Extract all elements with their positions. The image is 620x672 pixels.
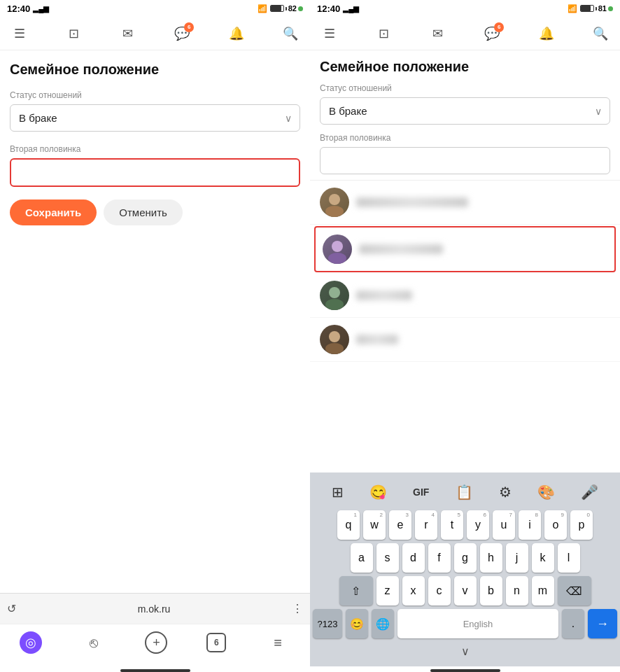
kb-row-3: ⇧ z x c v b n m ⌫ bbox=[313, 576, 617, 606]
search-icon-left[interactable]: 🔍 bbox=[281, 24, 300, 43]
wifi-icon-left: 📶 bbox=[258, 4, 267, 13]
kb-key-g[interactable]: g bbox=[454, 543, 477, 573]
chat-icon-right[interactable]: 💬 6 bbox=[482, 24, 502, 43]
kb-key-l[interactable]: l bbox=[558, 543, 580, 573]
cancel-button-left[interactable]: Отменить bbox=[104, 200, 183, 225]
status-field-label-left: Статус отношений bbox=[10, 90, 300, 100]
svg-point-2 bbox=[332, 241, 343, 252]
home-indicator-left bbox=[120, 669, 190, 672]
content-left: Семейное положение Статус отношений В бр… bbox=[0, 50, 310, 593]
battery-left: 82 bbox=[270, 4, 303, 13]
nav-share-left[interactable]: ⎋ bbox=[81, 630, 106, 655]
kb-emoji-key[interactable]: 😊 bbox=[346, 609, 368, 638]
nav-tab-left[interactable]: 6 bbox=[206, 633, 226, 652]
kb-theme-icon[interactable]: 🎨 bbox=[535, 481, 558, 503]
kb-key-v[interactable]: v bbox=[454, 576, 477, 606]
browser-url-left[interactable]: m.ok.ru bbox=[22, 603, 286, 615]
kb-key-p[interactable]: 0p bbox=[570, 510, 593, 540]
kb-key-x[interactable]: x bbox=[402, 576, 425, 606]
svg-point-6 bbox=[329, 331, 340, 342]
menu-icon-left[interactable]: ☰ bbox=[10, 24, 29, 43]
status-select-left[interactable]: В браке bbox=[10, 104, 300, 132]
kb-key-c[interactable]: c bbox=[428, 576, 451, 606]
bell-icon-right[interactable]: 🔔 bbox=[537, 24, 556, 43]
kb-row-4: ?123 😊 🌐 English . → bbox=[313, 609, 617, 638]
partner-input-left[interactable] bbox=[10, 158, 300, 187]
svg-point-4 bbox=[329, 287, 340, 298]
suggestion-item-2[interactable] bbox=[314, 226, 616, 272]
battery-right: 81 bbox=[580, 4, 613, 13]
suggestion-item-1[interactable] bbox=[310, 181, 620, 225]
kb-space-key[interactable]: English bbox=[397, 609, 558, 638]
kb-key-u[interactable]: 7u bbox=[493, 510, 515, 540]
chat-icon-left[interactable]: 💬 6 bbox=[172, 24, 192, 43]
kb-enter-key[interactable]: → bbox=[588, 609, 617, 638]
kb-key-f[interactable]: f bbox=[428, 543, 451, 573]
status-select-right[interactable]: В браке bbox=[320, 97, 610, 125]
kb-key-y[interactable]: 6y bbox=[467, 510, 489, 540]
kb-shift-key[interactable]: ⇧ bbox=[339, 576, 373, 606]
kb-key-m[interactable]: m bbox=[532, 576, 554, 606]
browser-refresh-left[interactable]: ↺ bbox=[7, 602, 16, 615]
mail-icon-right[interactable]: ✉ bbox=[428, 24, 448, 43]
chat-badge-left: 6 bbox=[184, 22, 194, 32]
kb-key-k[interactable]: k bbox=[532, 543, 554, 573]
kb-key-e[interactable]: 3e bbox=[389, 510, 411, 540]
mail-icon-left[interactable]: ✉ bbox=[118, 24, 138, 43]
menu-icon-right[interactable]: ☰ bbox=[320, 24, 339, 43]
kb-settings-icon[interactable]: ⚙ bbox=[496, 481, 514, 503]
avatar-1 bbox=[320, 188, 349, 217]
kb-key-z[interactable]: z bbox=[376, 576, 399, 606]
kb-key-h[interactable]: h bbox=[480, 543, 502, 573]
kb-key-b[interactable]: b bbox=[480, 576, 502, 606]
suggestion-name-3 bbox=[356, 290, 412, 300]
notes-icon-left[interactable]: ⊡ bbox=[64, 24, 83, 43]
kb-key-t[interactable]: 5t bbox=[441, 510, 463, 540]
svg-point-5 bbox=[325, 299, 344, 310]
nav-home-left[interactable]: ◎ bbox=[20, 631, 42, 654]
kb-key-n[interactable]: n bbox=[506, 576, 528, 606]
browser-dots-left[interactable]: ⋮ bbox=[292, 602, 303, 615]
app-header-left: ☰ ⊡ ✉ 💬 6 🔔 🔍 bbox=[0, 17, 310, 50]
suggestion-item-3[interactable] bbox=[310, 274, 620, 318]
green-dot-right bbox=[608, 6, 613, 11]
avatar-4 bbox=[320, 325, 349, 354]
kb-mic-icon[interactable]: 🎤 bbox=[578, 481, 601, 503]
kb-period-key[interactable]: . bbox=[562, 609, 584, 638]
kb-grid-icon[interactable]: ⊞ bbox=[329, 481, 346, 503]
kb-sticker-icon[interactable]: 😋 bbox=[367, 481, 390, 503]
kb-key-i[interactable]: 8i bbox=[519, 510, 541, 540]
search-icon-right[interactable]: 🔍 bbox=[591, 24, 610, 43]
wifi-icon-right: 📶 bbox=[568, 4, 577, 13]
status-dropdown-left[interactable]: В браке ∨ bbox=[10, 104, 300, 132]
kb-key-w[interactable]: 2w bbox=[363, 510, 386, 540]
partner-label-right: Вторая половинка bbox=[320, 133, 610, 143]
kb-key-a[interactable]: a bbox=[351, 543, 373, 573]
bell-icon-left[interactable]: 🔔 bbox=[227, 24, 246, 43]
kb-clipboard-icon[interactable]: 📋 bbox=[453, 481, 476, 503]
status-dropdown-right[interactable]: В браке ∨ bbox=[320, 97, 610, 125]
kb-num-key[interactable]: ?123 bbox=[313, 609, 342, 638]
kb-key-q[interactable]: 1q bbox=[337, 510, 360, 540]
kb-chevron[interactable]: ∨ bbox=[313, 642, 617, 659]
kb-row-1: 1q 2w 3e 4r 5t 6y 7u 8i 9o 0p bbox=[313, 510, 617, 540]
partner-input-right[interactable] bbox=[320, 147, 610, 174]
kb-backspace-key[interactable]: ⌫ bbox=[558, 576, 591, 606]
status-bar-right: 12:40 ▂▄▆ 📶 81 bbox=[310, 0, 620, 17]
avatar-3 bbox=[320, 281, 349, 310]
browser-bar-left: ↺ m.ok.ru ⋮ bbox=[0, 593, 310, 624]
save-button-left[interactable]: Сохранить bbox=[10, 200, 97, 225]
nav-menu-left[interactable]: ≡ bbox=[265, 630, 290, 655]
suggestion-item-4[interactable] bbox=[310, 318, 620, 362]
kb-key-o[interactable]: 9o bbox=[544, 510, 567, 540]
time-right: 12:40 bbox=[317, 4, 340, 14]
kb-globe-key[interactable]: 🌐 bbox=[372, 609, 394, 638]
avatar-img-4 bbox=[320, 325, 349, 354]
kb-gif-icon[interactable]: GIF bbox=[410, 484, 432, 500]
kb-key-j[interactable]: j bbox=[506, 543, 528, 573]
kb-key-r[interactable]: 4r bbox=[415, 510, 437, 540]
nav-add-left[interactable]: + bbox=[145, 631, 167, 654]
kb-key-s[interactable]: s bbox=[376, 543, 399, 573]
kb-key-d[interactable]: d bbox=[402, 543, 425, 573]
notes-icon-right[interactable]: ⊡ bbox=[374, 24, 393, 43]
